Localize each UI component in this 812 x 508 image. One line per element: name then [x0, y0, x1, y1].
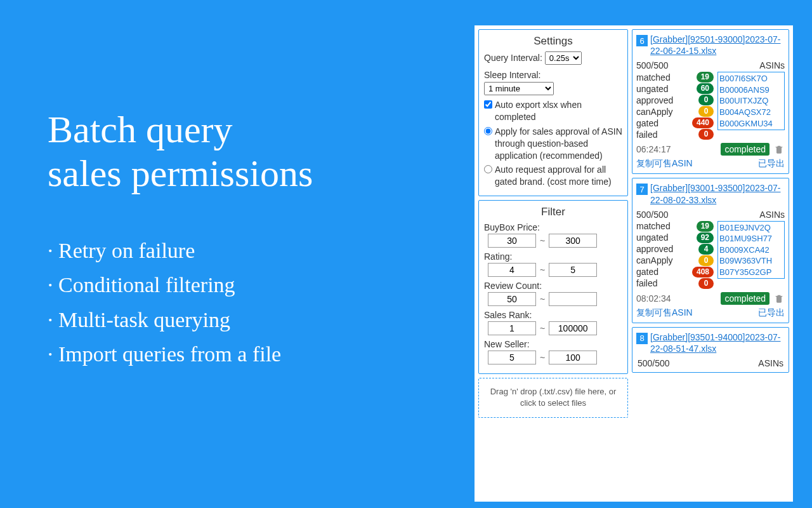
- stat-pill: 92: [697, 232, 714, 243]
- task-timestamp: 06:24:17: [636, 144, 717, 154]
- stat-label: canApply: [636, 255, 673, 265]
- auto-export-row[interactable]: Auto export xlsx when completed: [484, 99, 622, 123]
- copy-asin-link[interactable]: 复制可售ASIN: [636, 158, 693, 170]
- asin-item[interactable]: B007I6SK7O: [719, 73, 783, 84]
- stat-pill: 0: [698, 255, 714, 266]
- marketing-copy: Batch query sales permissions Retry on f…: [48, 108, 313, 372]
- asin-item[interactable]: B09W363VTH: [719, 255, 783, 267]
- seller-min-input[interactable]: [488, 351, 536, 364]
- stat-pill: 408: [692, 267, 714, 277]
- stat-label: ungated: [636, 232, 669, 243]
- task-number: 7: [636, 184, 648, 195]
- review-max-input[interactable]: [549, 292, 597, 306]
- asin-item[interactable]: B00UITXJZQ: [719, 95, 783, 107]
- task-file-link[interactable]: [Grabber][93001-93500]2023-07-22-08-02-3…: [650, 182, 785, 205]
- filter-title: Filter: [484, 206, 622, 218]
- stat-pill: 0: [698, 95, 714, 105]
- status-badge: completed: [721, 292, 769, 305]
- copy-asin-link[interactable]: 复制可售ASIN: [636, 307, 693, 319]
- query-interval-label: Query Interval:: [484, 53, 542, 63]
- stat-label: ungated: [636, 84, 669, 94]
- asins-box[interactable]: B01E9JNV2QB01MU9SH77B0009XCA42B09W363VTH…: [717, 221, 785, 279]
- stat-pill: 19: [697, 72, 714, 83]
- asins-label: ASINs: [717, 60, 785, 70]
- task-card: 6[Grabber][92501-93000]2023-07-22-06-24-…: [632, 29, 789, 174]
- approval-auto-row[interactable]: Auto request approval for all gated bran…: [484, 164, 622, 188]
- stat-pill: 440: [692, 117, 714, 128]
- asin-item[interactable]: B00006ANS9: [719, 84, 783, 96]
- rank-max-input[interactable]: [549, 321, 597, 335]
- stat-pill: 4: [698, 244, 714, 255]
- task-timestamp: 08:02:34: [636, 293, 717, 304]
- rank-min-input[interactable]: [488, 321, 536, 335]
- stat-pill: 0: [698, 278, 714, 289]
- filter-panel: Filter BuyBox Price: ~ Rating: ~ Review …: [478, 200, 628, 374]
- asin-item[interactable]: B004AQSX72: [719, 107, 783, 118]
- exported-link[interactable]: 已导出: [758, 307, 785, 319]
- feature-item: Retry on failure: [48, 234, 313, 268]
- asin-item[interactable]: B07Y35G2GP: [719, 267, 783, 278]
- stat-pill: 0: [698, 106, 714, 117]
- rating-min-input[interactable]: [488, 263, 536, 277]
- stat-label: canApply: [636, 107, 673, 117]
- task-progress: 500/500: [636, 210, 714, 220]
- sleep-interval-select[interactable]: 1 minute: [484, 82, 554, 95]
- buybox-max-input[interactable]: [549, 234, 597, 248]
- exported-link[interactable]: 已导出: [758, 158, 785, 170]
- seller-label: New Seller:: [484, 339, 622, 349]
- rating-label: Rating:: [484, 251, 622, 262]
- headline: Batch query sales permissions: [48, 108, 313, 196]
- task-card: 8[Grabber][93501-94000]2023-07-22-08-51-…: [632, 327, 789, 373]
- stat-pill: 60: [697, 83, 714, 94]
- asin-item[interactable]: B000GKMU34: [719, 118, 783, 130]
- settings-panel: Settings Query Interval: 0.25s Sleep Int…: [478, 29, 628, 196]
- asin-item[interactable]: B0009XCA42: [719, 244, 783, 256]
- buybox-min-input[interactable]: [488, 234, 536, 248]
- stat-pill: 0: [698, 129, 714, 140]
- stat-label: approved: [636, 95, 673, 105]
- stat-label: failed: [636, 278, 657, 288]
- rating-max-input[interactable]: [549, 263, 597, 277]
- asin-item[interactable]: B01MU9SH77: [719, 233, 783, 244]
- feature-item: Multi-task querying: [48, 303, 313, 337]
- feature-item: Conditional filtering: [48, 268, 313, 302]
- feature-item: Import queries from a file: [48, 337, 313, 371]
- app-window: Settings Query Interval: 0.25s Sleep Int…: [475, 25, 793, 502]
- task-progress: 500/500: [638, 358, 670, 368]
- approval-question-row[interactable]: Apply for sales approval of ASIN through…: [484, 126, 622, 162]
- buybox-label: BuyBox Price:: [484, 222, 622, 232]
- review-label: Review Count:: [484, 281, 622, 291]
- delete-icon[interactable]: [773, 293, 785, 304]
- asins-box[interactable]: B007I6SK7OB00006ANS9B00UITXJZQB004AQSX72…: [717, 72, 785, 130]
- stat-label: gated: [636, 267, 658, 277]
- task-card: 7[Grabber][93001-93500]2023-07-22-08-02-…: [632, 178, 789, 323]
- asin-item[interactable]: B01E9JNV2Q: [719, 222, 783, 234]
- stat-label: gated: [636, 118, 658, 128]
- task-file-link[interactable]: [Grabber][92501-93000]2023-07-22-06-24-1…: [650, 34, 785, 57]
- delete-icon[interactable]: [773, 144, 785, 155]
- stat-label: matched: [636, 221, 671, 231]
- auto-export-checkbox[interactable]: [484, 100, 492, 109]
- task-progress: 500/500: [636, 60, 714, 70]
- review-min-input[interactable]: [488, 292, 536, 306]
- task-number: 8: [636, 333, 648, 344]
- settings-title: Settings: [484, 35, 622, 48]
- task-file-link[interactable]: [Grabber][93501-94000]2023-07-22-08-51-4…: [650, 331, 785, 354]
- stat-label: matched: [636, 72, 671, 83]
- task-number: 6: [636, 35, 648, 46]
- stat-pill: 19: [697, 221, 714, 232]
- asins-label: ASINs: [758, 358, 783, 368]
- file-dropzone[interactable]: Drag 'n' drop (.txt/.csv) file here, or …: [478, 378, 628, 417]
- status-badge: completed: [721, 143, 769, 156]
- approval-question-radio[interactable]: [484, 127, 492, 135]
- stat-label: approved: [636, 244, 673, 254]
- feature-list: Retry on failure Conditional filtering M…: [48, 234, 313, 372]
- rank-label: Sales Rank:: [484, 310, 622, 320]
- stat-label: failed: [636, 130, 657, 140]
- sleep-interval-label: Sleep Interval:: [484, 69, 622, 82]
- asins-label: ASINs: [717, 210, 785, 220]
- query-interval-select[interactable]: 0.25s: [545, 51, 582, 65]
- approval-auto-radio[interactable]: [484, 165, 492, 173]
- seller-max-input[interactable]: [549, 351, 597, 364]
